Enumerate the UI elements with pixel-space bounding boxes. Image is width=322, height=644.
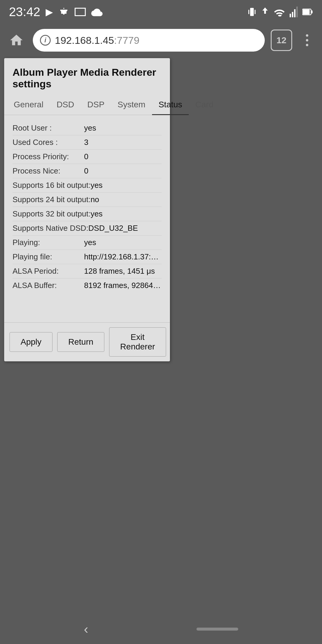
play-icon: ▶ [46, 6, 53, 18]
status-value: 8192 frames, 92864 μs [84, 281, 162, 290]
status-label: Process Nice: [13, 166, 84, 176]
tab-dsd[interactable]: DSD [50, 95, 81, 115]
status-label: Supports 32 bit output: [13, 209, 91, 219]
battery-icon [302, 7, 313, 16]
status-row: Used Cores :3 [13, 135, 162, 150]
address-ip: 192.168.1.45 [55, 35, 114, 46]
back-button[interactable]: ‹ [84, 622, 88, 637]
wifi-icon [274, 7, 285, 16]
status-value: yes [91, 209, 162, 219]
content-area: Root User :yesUsed Cores :3Process Prior… [4, 115, 170, 322]
address-port: :7779 [114, 35, 140, 46]
status-label: Supports Native DSD: [13, 224, 88, 233]
status-row: ALSA Buffer:8192 frames, 92864 μs [13, 278, 162, 292]
status-label: ALSA Buffer: [13, 281, 84, 290]
status-row: Supports 24 bit output:no [13, 193, 162, 207]
status-label: Playing file: [13, 252, 84, 261]
svg-rect-9 [303, 10, 310, 14]
browser-menu-button[interactable] [298, 31, 316, 49]
svg-rect-8 [311, 10, 312, 13]
cloud-icon [91, 7, 103, 16]
status-row: Playing file:http://192.168.1.37:57645/p… [13, 250, 162, 264]
nav-bar: ‹ [0, 614, 322, 644]
status-value: 0 [84, 166, 162, 176]
status-value: DSD_U32_BE [88, 224, 162, 233]
content-spacer [13, 292, 162, 316]
button-row: Apply Return Exit Renderer [4, 322, 170, 361]
tab-count-button[interactable]: 12 [271, 30, 292, 51]
status-row: Supports 32 bit output:yes [13, 207, 162, 221]
svg-rect-5 [294, 9, 296, 17]
status-row: Process Nice:0 [13, 164, 162, 178]
status-table: Root User :yesUsed Cores :3Process Prior… [13, 121, 162, 292]
status-value: yes [84, 238, 162, 247]
address-text: 192.168.1.45:7779 [55, 35, 140, 46]
signal-icon [289, 7, 298, 17]
status-row: Root User :yes [13, 121, 162, 135]
tab-system[interactable]: System [111, 95, 152, 115]
status-value: 3 [84, 138, 162, 147]
sync-icon [261, 7, 270, 17]
settings-dialog: Album Player Media Renderer settings Gen… [4, 58, 170, 361]
svg-rect-0 [250, 8, 254, 16]
status-label: Supports 16 bit output: [13, 181, 91, 190]
status-value: http://192.168.1.37:57645/proxy/tidal/F7… [84, 252, 162, 261]
tab-general[interactable]: General [7, 95, 50, 115]
menu-dot-2 [306, 39, 308, 41]
svg-rect-1 [248, 10, 249, 14]
apply-button[interactable]: Apply [10, 332, 52, 352]
return-button[interactable]: Return [57, 332, 104, 352]
tab-status[interactable]: Status [152, 95, 189, 115]
status-value: 0 [84, 152, 162, 161]
menu-dot-3 [306, 44, 308, 46]
status-row: Supports 16 bit output:yes [13, 178, 162, 193]
status-row: ALSA Period:128 frames, 1451 μs [13, 264, 162, 278]
menu-dot-1 [306, 34, 308, 37]
status-value: no [91, 195, 162, 204]
status-row: Supports Native DSD:DSD_U32_BE [13, 221, 162, 236]
tab-dsp[interactable]: DSP [81, 95, 111, 115]
status-bar: 23:42 ▶ [0, 0, 322, 24]
browser-bar: i 192.168.1.45:7779 12 [0, 24, 322, 57]
status-bar-right [247, 7, 313, 17]
notification-icon [58, 7, 69, 17]
status-label: Supports 24 bit output: [13, 195, 91, 204]
tab-bar: General DSD DSP System Status Card [4, 95, 170, 115]
vibrate-icon [247, 7, 256, 17]
status-value: yes [84, 123, 162, 133]
site-info-icon[interactable]: i [40, 35, 51, 46]
status-label: Used Cores : [13, 138, 84, 147]
svg-rect-3 [290, 14, 291, 17]
nav-home-pill[interactable] [196, 628, 238, 631]
dialog-title: Album Player Media Renderer settings [4, 58, 170, 95]
gmail-icon [75, 8, 86, 16]
status-label: Root User : [13, 123, 84, 133]
svg-rect-2 [255, 10, 256, 14]
tab-count-label: 12 [276, 35, 286, 45]
status-row: Playing:yes [13, 236, 162, 250]
status-value: yes [91, 181, 162, 190]
status-time: 23:42 [9, 5, 40, 19]
status-value: 128 frames, 1451 μs [84, 267, 162, 276]
status-bar-left: 23:42 ▶ [9, 5, 103, 19]
address-bar[interactable]: i 192.168.1.45:7779 [33, 29, 265, 52]
status-label: Process Priority: [13, 152, 84, 161]
svg-rect-4 [292, 12, 293, 17]
status-label: Playing: [13, 238, 84, 247]
status-label: ALSA Period: [13, 267, 84, 276]
exit-renderer-button[interactable]: Exit Renderer [109, 327, 166, 357]
svg-rect-6 [296, 7, 298, 17]
status-row: Process Priority:0 [13, 150, 162, 164]
home-button[interactable] [6, 30, 27, 51]
tab-card[interactable]: Card [189, 95, 220, 115]
